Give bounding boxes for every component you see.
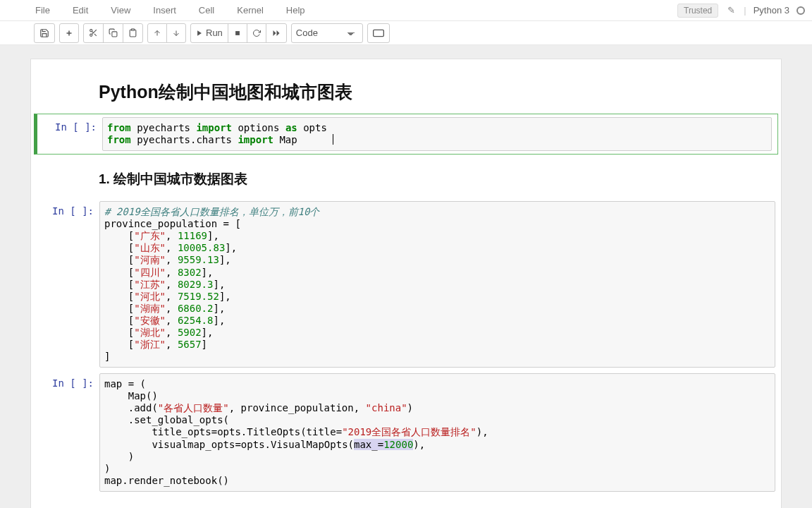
- code-token: ,: [166, 254, 178, 265]
- svg-marker-11: [197, 30, 202, 36]
- edit-icon[interactable]: ✎: [725, 5, 737, 16]
- svg-line-5: [94, 34, 97, 36]
- code-token: ],: [213, 315, 225, 326]
- svg-marker-14: [276, 30, 279, 36]
- restart-run-all-button[interactable]: [266, 23, 287, 43]
- menu-view[interactable]: View: [111, 5, 130, 16]
- code-token: [: [104, 267, 134, 278]
- notebook-scroll[interactable]: Python绘制中国地图和城市图表In [ ]:from pyecharts i…: [0, 45, 812, 508]
- code-token: "江苏": [134, 279, 166, 290]
- text-caret: [333, 134, 333, 145]
- code-token: 9559.13: [178, 254, 219, 265]
- interrupt-button[interactable]: [228, 23, 247, 43]
- code-token: "浙江": [134, 339, 166, 350]
- markdown-cell[interactable]: Python绘制中国地图和城市图表: [31, 68, 781, 114]
- code-token: Map: [273, 134, 333, 145]
- menu-edit[interactable]: Edit: [73, 5, 88, 16]
- menu-file[interactable]: File: [35, 5, 50, 16]
- code-token: "河北": [134, 291, 166, 302]
- menubar: File Edit View Insert Cell Kernel Help T…: [0, 0, 812, 21]
- paste-button[interactable]: [123, 23, 143, 43]
- code-token: ],: [207, 230, 219, 241]
- code-token: ],: [213, 279, 225, 290]
- markdown-cell[interactable]: 1. 绘制中国城市数据图表: [31, 155, 781, 198]
- code-token: opts: [297, 122, 327, 133]
- code-token: visualmap_opts=opts.VisualMapOpts(: [104, 439, 354, 450]
- code-input[interactable]: # 2019全国各省人口数量排名，单位万，前10个 province_popul…: [99, 201, 775, 368]
- menu-kernel[interactable]: Kernel: [237, 5, 264, 16]
- code-token: ]: [104, 351, 110, 362]
- code-token: Map(): [104, 390, 158, 401]
- save-button[interactable]: [34, 23, 55, 43]
- heading: 1. 绘制中国城市数据图表: [99, 170, 771, 188]
- cell-type-select[interactable]: Code: [291, 23, 363, 43]
- code-token: from: [107, 122, 131, 133]
- svg-rect-15: [374, 30, 384, 36]
- code-token: max_=: [354, 439, 383, 450]
- code-token: [: [104, 279, 134, 290]
- code-input[interactable]: from pyecharts import options as opts fr…: [102, 117, 772, 151]
- code-token: .add(: [104, 402, 158, 413]
- code-token: .set_global_opts(: [104, 414, 229, 425]
- menubar-left: File Edit View Insert Cell Kernel Help: [35, 5, 305, 16]
- code-token: 12000: [383, 439, 413, 450]
- code-token: 11169: [178, 230, 207, 241]
- code-token: pyecharts: [131, 122, 197, 133]
- code-cell[interactable]: In [ ]:from pyecharts import options as …: [34, 114, 778, 155]
- restart-button[interactable]: [247, 23, 266, 43]
- code-input[interactable]: map = ( Map() .add("各省人口数量", province_po…: [99, 373, 775, 492]
- copy-button[interactable]: [103, 23, 123, 43]
- trusted-badge[interactable]: Trusted: [677, 4, 718, 18]
- code-token: ,: [166, 327, 178, 338]
- code-token: [: [104, 254, 134, 265]
- svg-line-6: [92, 31, 93, 32]
- svg-rect-8: [131, 29, 134, 30]
- code-cell[interactable]: In [ ]:map = ( Map() .add("各省人口数量", prov…: [31, 370, 781, 495]
- svg-marker-13: [273, 30, 276, 36]
- code-token: ,: [166, 339, 178, 350]
- run-button[interactable]: Run: [190, 23, 228, 43]
- code-token: 10005.83: [178, 242, 225, 253]
- command-palette-button[interactable]: [367, 23, 390, 43]
- code-token: import: [238, 134, 273, 145]
- code-token: , province_population,: [229, 402, 366, 413]
- code-token: ],: [213, 303, 225, 314]
- markdown-cell[interactable]: 2. 绘制具体城市数据: [31, 495, 781, 508]
- code-token: ): [104, 451, 134, 462]
- cut-button[interactable]: [83, 23, 104, 43]
- notebook: Python绘制中国地图和城市图表In [ ]:from pyecharts i…: [31, 59, 781, 508]
- code-token: ],: [219, 254, 231, 265]
- menubar-right: Trusted ✎ | Python 3: [677, 4, 805, 18]
- code-token: ],: [202, 327, 214, 338]
- code-token: [: [104, 327, 134, 338]
- svg-rect-7: [112, 32, 117, 37]
- code-token: [: [104, 315, 134, 326]
- code-token: 5657: [178, 339, 202, 350]
- code-token: map = (: [104, 378, 146, 389]
- code-token: "四川": [134, 267, 166, 278]
- code-token: "湖南": [134, 303, 166, 314]
- code-token: title_opts=opts.TitleOpts(title=: [104, 426, 342, 437]
- code-token: "山东": [134, 242, 166, 253]
- code-token: from: [107, 134, 131, 145]
- code-token: # 2019全国各省人口数量排名，单位万，前10个: [104, 206, 319, 217]
- move-down-button[interactable]: [166, 23, 186, 43]
- menu-help[interactable]: Help: [286, 5, 305, 16]
- menu-insert[interactable]: Insert: [153, 5, 176, 16]
- code-token: ,: [166, 279, 178, 290]
- code-token: 5902: [178, 327, 202, 338]
- code-token: [: [104, 291, 134, 302]
- kernel-name[interactable]: Python 3: [753, 5, 789, 16]
- code-token: "各省人口数量": [158, 402, 229, 413]
- toolbar: Run Code: [0, 21, 812, 45]
- code-token: pyecharts.charts: [131, 134, 238, 145]
- code-cell[interactable]: In [ ]:# 2019全国各省人口数量排名，单位万，前10个 provinc…: [31, 198, 781, 370]
- run-label: Run: [206, 28, 223, 38]
- add-cell-button[interactable]: [59, 23, 79, 43]
- menu-cell[interactable]: Cell: [199, 5, 214, 16]
- code-token: ],: [225, 242, 237, 253]
- move-up-button[interactable]: [147, 23, 167, 43]
- code-token: [: [104, 230, 134, 241]
- code-token: options: [232, 122, 285, 133]
- code-token: 6860.2: [178, 303, 214, 314]
